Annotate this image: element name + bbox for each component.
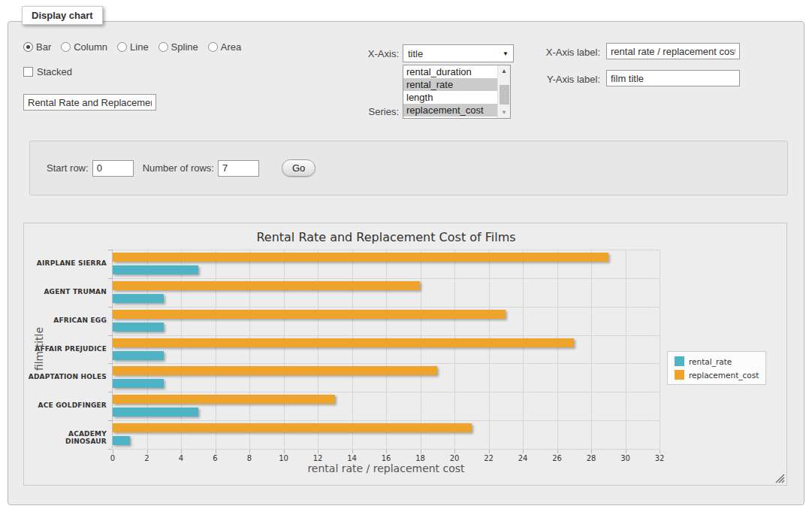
category-label: AIRPLANE SIERRA [28,259,107,267]
x-axis-tick [147,450,148,453]
fieldset-legend: Display chart [22,6,103,25]
chart-x-axis-title: rental rate / replacement cost [113,462,660,474]
radio-dot [211,45,215,49]
x-tick-label: 26 [552,454,562,462]
series-option-length[interactable]: length [403,91,497,104]
x-tick-label: 14 [347,454,357,462]
x-axis-tick [352,450,353,453]
category-band [113,363,660,392]
x-tick-label: 8 [247,454,252,462]
x-tick-label: 22 [484,454,494,462]
radio-label: Spline [171,41,198,53]
legend-label: replacement_cost [689,371,759,380]
chart-legend: rental_ratereplacement_cost [667,351,766,385]
start-row-input[interactable] [92,160,134,177]
page: Display chart BarColumnLineSplineArea St… [0,0,812,512]
y-axis-label-label: Y-Axis label: [486,74,600,85]
radio-column[interactable]: Column [61,41,107,53]
x-tick-label: 16 [382,454,391,462]
bar-rental_rate[interactable] [113,323,164,332]
bar-replacement_cost[interactable] [113,253,608,262]
radio-label: Area [221,41,241,53]
x-axis-tick [284,450,285,453]
bar-rental_rate[interactable] [113,351,164,360]
radio-spline[interactable]: Spline [158,41,198,53]
bar-rental_rate[interactable] [113,407,198,417]
num-rows-input[interactable] [218,160,259,177]
series-listbox[interactable]: rental_durationrental_ratelengthreplacem… [403,65,511,119]
bar-replacement_cost[interactable] [113,281,420,290]
radio-button-bar[interactable] [23,42,33,52]
category-label: ACADEMY DINOSAUR [28,430,107,445]
x-axis-select-label: X-Axis: [316,48,399,59]
x-tick-label: 20 [450,454,460,462]
x-tick-label: 4 [179,454,183,462]
scroll-down-icon[interactable]: ▼ [498,107,511,118]
y-axis-label-input[interactable] [606,70,740,86]
bar-replacement_cost[interactable] [113,338,574,347]
category-label: AGENT TRUMAN [28,288,107,295]
bar-replacement_cost[interactable] [113,423,472,432]
stacked-label: Stacked [37,66,72,77]
x-tick-label: 32 [655,454,665,462]
gridline [113,449,660,450]
series-select-label: Series: [316,106,399,117]
radio-button-line[interactable] [117,42,127,52]
radio-bar[interactable]: Bar [23,41,51,53]
legend-swatch-rental_rate [675,356,684,366]
gridline [660,250,660,449]
bar-replacement_cost[interactable] [113,366,437,375]
bar-rental_rate[interactable] [113,294,164,303]
x-axis-tick [626,450,626,453]
x-axis-tick [113,450,113,453]
category-label: ADAPTATION HOLES [28,373,107,380]
category-band [113,392,660,420]
x-axis-tick [557,450,558,453]
scrollbar-thumb[interactable] [500,85,509,105]
resize-handle-icon[interactable] [775,474,785,483]
stacked-checkbox-row[interactable]: Stacked [23,66,72,77]
series-options: rental_durationrental_ratelengthreplacem… [403,65,497,118]
radio-button-area[interactable] [208,42,218,52]
chart-plot-area: 02468101214161820222426283032AIRPLANE SI… [113,250,660,449]
legend-item-rental_rate[interactable]: rental_rate [675,356,759,366]
radio-button-column[interactable] [61,42,71,52]
bar-replacement_cost[interactable] [113,395,335,404]
x-tick-label: 24 [518,454,528,462]
x-axis-tick [249,450,250,453]
radio-line[interactable]: Line [117,41,149,53]
legend-item-replacement_cost[interactable]: replacement_cost [675,370,759,380]
x-tick-label: 30 [620,454,630,462]
radio-label: Column [74,41,107,53]
radio-label: Bar [36,41,51,53]
bar-rental_rate[interactable] [113,265,198,274]
radio-dot [161,45,165,49]
go-button[interactable]: Go [282,159,315,177]
chart-title-input[interactable] [23,94,156,111]
radio-button-spline[interactable] [158,42,168,52]
bar-rental_rate[interactable] [113,436,130,445]
y-axis-tick [108,449,112,450]
chart-y-axis-title: film title [33,327,45,371]
category-band [113,278,660,307]
series-option-rental_rate[interactable]: rental_rate [403,78,497,91]
series-option-rental_duration[interactable]: rental_duration [403,65,497,78]
display-chart-fieldset: Display chart BarColumnLineSplineArea St… [8,21,804,505]
bar-rental_rate[interactable] [113,379,164,388]
x-tick-label: 0 [110,454,115,462]
x-axis-label-input[interactable] [606,43,740,59]
x-tick-label: 28 [587,454,596,462]
row-range-panel: Start row: Number of rows: Go [29,141,788,195]
num-rows-label: Number of rows: [143,162,214,174]
x-axis-tick [523,450,524,453]
radio-area[interactable]: Area [208,41,241,53]
bar-replacement_cost[interactable] [113,310,506,319]
start-row-label: Start row: [47,162,89,174]
series-option-replacement_cost[interactable]: replacement_cost [403,104,497,117]
radio-label: Line [130,41,149,53]
x-tick-label: 12 [313,454,323,462]
chart-title: Rental Rate and Replacement Cost of Film… [113,230,660,244]
x-axis-label-label: X-Axis label: [486,47,600,58]
stacked-checkbox[interactable] [23,67,33,77]
radio-dot [26,45,30,49]
